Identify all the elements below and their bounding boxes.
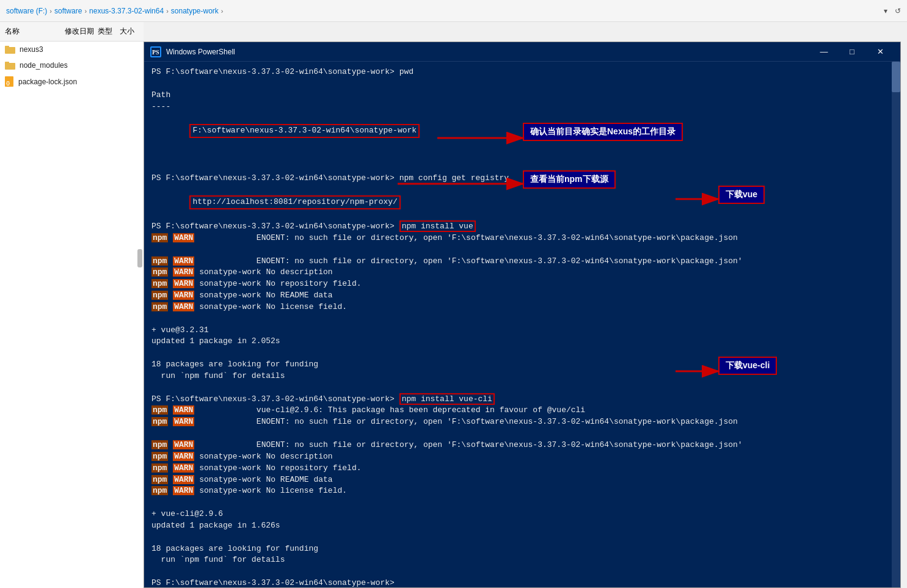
annotation-check-registry: 查看当前npm下载源 — [523, 170, 616, 189]
cmd-npm-install-vue: npm install vue — [399, 220, 476, 232]
warn-cli-1: npm WARN vue-cli@2.9.6: This package has… — [151, 405, 884, 416]
breadcrumb-sep-3: › — [166, 7, 169, 15]
ps-title: Windows PowerShell — [166, 48, 810, 56]
file-name-nexus3: nexus3 — [20, 45, 43, 54]
ps-scrollbar-thumb[interactable] — [892, 62, 900, 92]
path-highlight-box: F:\software\nexus-3.37.3-02-win64\sonaty… — [189, 124, 420, 138]
ps-close-button[interactable]: ✕ — [866, 42, 894, 62]
col-date: 修改日期 — [65, 26, 98, 37]
vue-cli-installed: + vue-cli@2.9.6 — [151, 509, 884, 520]
cmd-line-1: PS F:\software\nexus-3.37.3-02-win64\son… — [151, 67, 884, 78]
cmd-line-registry: PS F:\software\nexus-3.37.3-02-win64\son… — [151, 173, 884, 184]
warn-line-1: npm WARN ENOENT: no such file or directo… — [151, 233, 884, 244]
folder-icon-nexus3 — [5, 45, 16, 54]
warn-cli-6: npm WARN sonatype-work No README data — [151, 474, 884, 486]
col-type: 类型 — [98, 26, 120, 37]
file-item-nexus3[interactable]: nexus3 — [0, 42, 144, 57]
cmd-npm-install-vue-cli: npm install vue-cli — [399, 393, 495, 405]
vue-installed: + vue@3.2.31 — [151, 325, 884, 336]
warn-cli-5: npm WARN sonatype-work No repository fie… — [151, 463, 884, 474]
annotation-download-vue: 下载vue — [718, 186, 765, 204]
cmd-blank-10 — [151, 566, 884, 578]
breadcrumb-dropdown-icon[interactable]: ▾ — [884, 7, 887, 15]
ps-content: PS F:\software\nexus-3.37.3-02-win64\son… — [144, 62, 892, 587]
breadcrumb-sep-1: › — [49, 7, 52, 15]
svg-text:{}: {} — [6, 80, 10, 85]
ps-minimize-button[interactable]: — — [810, 42, 838, 62]
breadcrumb-sep-4: › — [221, 7, 224, 15]
svg-text:PS: PS — [152, 49, 159, 56]
annotation-confirm-dir: 确认当前目录确实是Nexus的工作目录 — [523, 123, 683, 141]
warn-label-1: WARN — [173, 233, 194, 242]
cmd-install-vue-cli: PS F:\software\nexus-3.37.3-02-win64\son… — [151, 394, 884, 405]
ps-terminal: PS F:\software\nexus-3.37.3-02-win64\son… — [144, 62, 900, 587]
warn-cli-7: npm WARN sonatype-work No license field. — [151, 485, 884, 497]
scrollbar-thumb[interactable] — [137, 249, 142, 267]
file-name-node-modules: node_modules — [20, 61, 68, 70]
funding-cli-1: 18 packages are looking for funding — [151, 543, 884, 555]
breadcrumb-sep-2: › — [84, 7, 87, 15]
cmd-blank-warn1 — [151, 244, 884, 256]
folder-icon-node-modules — [5, 60, 16, 70]
breadcrumb-item-software2[interactable]: software — [54, 7, 82, 15]
warn-cli-3: npm WARN ENOENT: no such file or directo… — [151, 440, 884, 451]
ps-scrollbar[interactable] — [892, 62, 900, 587]
svg-rect-3 — [5, 62, 9, 64]
column-headers: 名称 修改日期 类型 大小 — [0, 22, 144, 42]
powershell-window: PS Windows PowerShell — □ ✕ PS F:\softwa… — [144, 42, 901, 588]
cmd-registry-url: http://localhost:8081/repository/npm-pro… — [151, 184, 884, 221]
warn-cli-2: npm WARN ENOENT: no such file or directo… — [151, 416, 884, 428]
file-item-node-modules[interactable]: node_modules — [0, 57, 144, 73]
vue-cli-updated: updated 1 package in 1.626s — [151, 520, 884, 532]
warn-line-4: npm WARN sonatype-work No repository fie… — [151, 278, 884, 290]
registry-url-highlight: http://localhost:8081/repository/npm-pro… — [189, 195, 400, 209]
breadcrumb-item-software[interactable]: software (F:) — [6, 7, 47, 15]
col-size: 大小 — [120, 26, 139, 37]
svg-rect-1 — [5, 46, 9, 48]
ps-titlebar: PS Windows PowerShell — □ ✕ — [144, 42, 900, 62]
funding-cli-2: run `npm fund` for details — [151, 554, 884, 566]
cmd-blank-8 — [151, 497, 884, 509]
cmd-path-value: F:\software\nexus-3.37.3-02-win64\sonaty… — [151, 112, 884, 150]
breadcrumb-item-sonatype[interactable]: sonatype-work — [171, 7, 219, 15]
cmd-blank-6 — [151, 382, 884, 394]
final-prompt: PS F:\software\nexus-3.37.3-02-win64\son… — [151, 578, 884, 587]
cmd-path-dashes: ---- — [151, 101, 884, 113]
warn-line-5: npm WARN sonatype-work No README data — [151, 290, 884, 302]
cmd-install-vue: PS F:\software\nexus-3.37.3-02-win64\son… — [151, 221, 884, 233]
breadcrumb-bar: software (F:) › software › nexus-3.37.3-… — [0, 0, 907, 22]
ps-window-controls: — □ ✕ — [810, 42, 894, 62]
cmd-blank-2 — [151, 150, 884, 161]
json-icon: {} — [5, 76, 15, 87]
warn-tag-1: npm — [151, 233, 168, 242]
vue-updated: updated 1 package in 2.052s — [151, 336, 884, 347]
warn-line-6: npm WARN sonatype-work No license field. — [151, 302, 884, 313]
file-item-package-lock[interactable]: {} package-lock.json — [0, 73, 144, 90]
cmd-blank-7 — [151, 428, 884, 440]
breadcrumb-refresh-icon[interactable]: ↺ — [895, 7, 901, 15]
col-name: 名称 — [5, 26, 65, 37]
warn-line-2: npm WARN ENOENT: no such file or directo… — [151, 256, 884, 267]
warn-line-3: npm WARN sonatype-work No description — [151, 267, 884, 278]
file-list: nexus3 node_modules {} package-lock.json — [0, 42, 144, 588]
cmd-path-label: Path — [151, 90, 884, 101]
ps-app-icon: PS — [150, 46, 161, 57]
file-name-package-lock: package-lock.json — [18, 78, 77, 86]
cmd-blank-1 — [151, 78, 884, 90]
breadcrumb-item-nexus[interactable]: nexus-3.37.3-02-win64 — [89, 7, 164, 15]
cmd-blank-9 — [151, 532, 884, 543]
warn-cli-4: npm WARN sonatype-work No description — [151, 451, 884, 463]
cmd-blank-3 — [151, 161, 884, 173]
cmd-blank-4 — [151, 313, 884, 325]
annotation-download-vue-cli: 下载vue-cli — [718, 357, 777, 375]
ps-maximize-button[interactable]: □ — [838, 42, 866, 62]
